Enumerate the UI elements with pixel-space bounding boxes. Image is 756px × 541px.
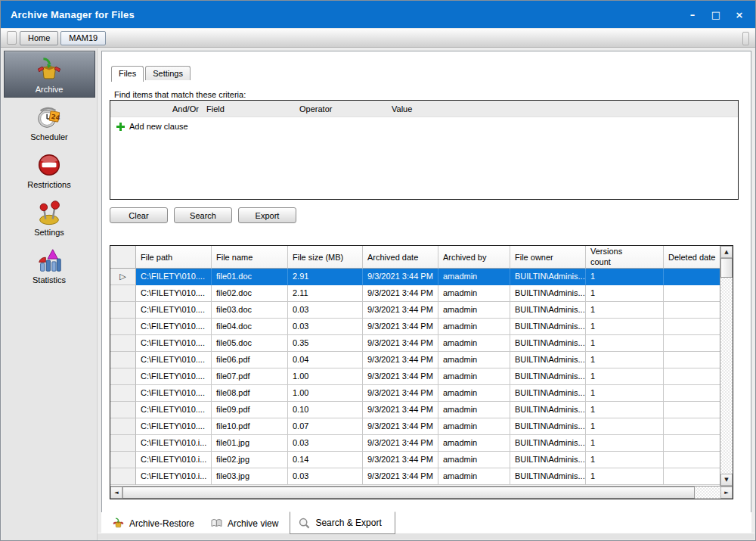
minimize-button[interactable]: – — [684, 6, 701, 23]
table-cell[interactable]: amadmin — [438, 269, 510, 285]
table-cell[interactable]: 0.03 — [288, 468, 363, 485]
scroll-down-button[interactable]: ▼ — [720, 474, 733, 486]
table-cell[interactable]: 1 — [586, 435, 664, 452]
row-selector-cell[interactable] — [110, 402, 136, 418]
table-cell[interactable]: 1 — [586, 269, 664, 285]
table-cell[interactable] — [664, 435, 720, 452]
table-cell[interactable]: BUILTIN\Adminis... — [510, 269, 586, 285]
table-cell[interactable]: C:\FILETY\010.i... — [136, 468, 212, 485]
table-cell[interactable]: file10.pdf — [212, 418, 288, 435]
table-cell[interactable]: 1 — [586, 319, 664, 335]
table-cell[interactable]: C:\FILETY\010.... — [136, 319, 212, 335]
table-cell[interactable]: 0.04 — [288, 352, 363, 368]
table-cell[interactable] — [664, 285, 720, 302]
table-cell[interactable]: C:\FILETY\010.... — [136, 335, 212, 352]
table-cell[interactable] — [664, 385, 720, 402]
horizontal-scrollbar[interactable]: ◄ ► — [110, 486, 733, 499]
table-cell[interactable]: file02.jpg — [212, 452, 288, 468]
table-cell[interactable]: amadmin — [438, 435, 510, 452]
search-button[interactable]: Search — [174, 207, 232, 223]
table-cell[interactable] — [664, 352, 720, 368]
table-cell[interactable]: BUILTIN\Adminis... — [510, 418, 586, 435]
bottom-tab-archive-view[interactable]: Archive view — [206, 512, 290, 534]
row-selector-cell[interactable] — [110, 319, 136, 335]
row-selector-cell[interactable] — [110, 468, 136, 485]
row-selector-cell[interactable]: ▷ — [110, 269, 136, 285]
table-cell[interactable]: C:\FILETY\010.... — [136, 285, 212, 302]
clear-button[interactable]: Clear — [110, 207, 168, 223]
table-cell[interactable]: file03.jpg — [212, 468, 288, 485]
table-cell[interactable]: C:\FILETY\010.... — [136, 402, 212, 418]
table-cell[interactable]: 9/3/2021 3:44 PM — [363, 352, 438, 368]
row-selector-cell[interactable] — [110, 302, 136, 319]
export-button[interactable]: Export — [238, 207, 296, 223]
table-cell[interactable]: 1 — [586, 452, 664, 468]
row-selector-cell[interactable] — [110, 335, 136, 352]
table-cell[interactable] — [664, 368, 720, 385]
row-selector-cell[interactable] — [110, 418, 136, 435]
table-cell[interactable]: amadmin — [438, 285, 510, 302]
table-cell[interactable]: 0.10 — [288, 402, 363, 418]
column-header-file-path[interactable]: File path — [136, 246, 212, 269]
table-cell[interactable]: 1 — [586, 402, 664, 418]
table-cell[interactable]: 9/3/2021 3:44 PM — [363, 269, 438, 285]
toolbar-button-mam19[interactable]: MAM19 — [60, 31, 106, 45]
table-row[interactable]: C:\FILETY\010.i...file03.jpg0.039/3/2021… — [110, 468, 720, 485]
row-selector-cell[interactable] — [110, 385, 136, 402]
table-cell[interactable]: C:\FILETY\010.i... — [136, 435, 212, 452]
sidebar-item-statistics[interactable]: Statistics — [4, 241, 95, 288]
column-header-deleted-date[interactable]: Deleted date — [664, 246, 720, 269]
table-cell[interactable]: 9/3/2021 3:44 PM — [363, 418, 438, 435]
table-cell[interactable]: BUILTIN\Adminis... — [510, 368, 586, 385]
table-cell[interactable]: 0.14 — [288, 452, 363, 468]
table-cell[interactable]: file01.jpg — [212, 435, 288, 452]
table-cell[interactable]: file04.doc — [212, 319, 288, 335]
sidebar-item-restrictions[interactable]: Restrictions — [4, 146, 95, 193]
table-cell[interactable]: file01.doc — [212, 269, 288, 285]
table-row[interactable]: ▷C:\FILETY\010....file01.doc2.919/3/2021… — [110, 269, 720, 285]
table-cell[interactable]: amadmin — [438, 402, 510, 418]
table-cell[interactable]: file09.pdf — [212, 402, 288, 418]
table-cell[interactable]: file03.doc — [212, 302, 288, 319]
table-cell[interactable]: BUILTIN\Adminis... — [510, 385, 586, 402]
scroll-left-button[interactable]: ◄ — [110, 487, 122, 499]
table-row[interactable]: C:\FILETY\010.i...file01.jpg0.039/3/2021… — [110, 435, 720, 452]
sidebar-item-scheduler[interactable]: 24Scheduler — [4, 98, 95, 145]
table-cell[interactable]: 9/3/2021 3:44 PM — [363, 402, 438, 418]
vertical-scroll-thumb[interactable] — [720, 258, 733, 278]
vertical-scroll-track[interactable] — [720, 278, 733, 474]
table-cell[interactable]: 1 — [586, 352, 664, 368]
table-row[interactable]: C:\FILETY\010....file03.doc0.039/3/2021 … — [110, 302, 720, 319]
table-cell[interactable]: amadmin — [438, 319, 510, 335]
table-cell[interactable]: 0.35 — [288, 335, 363, 352]
table-cell[interactable]: 9/3/2021 3:44 PM — [363, 319, 438, 335]
table-cell[interactable]: 9/3/2021 3:44 PM — [363, 435, 438, 452]
table-cell[interactable]: BUILTIN\Adminis... — [510, 452, 586, 468]
row-selector-cell[interactable] — [110, 452, 136, 468]
table-cell[interactable]: amadmin — [438, 302, 510, 319]
scroll-right-button[interactable]: ► — [720, 487, 733, 499]
table-cell[interactable]: 9/3/2021 3:44 PM — [363, 368, 438, 385]
maximize-button[interactable]: □ — [708, 6, 724, 23]
table-cell[interactable]: amadmin — [438, 352, 510, 368]
table-cell[interactable]: amadmin — [438, 385, 510, 402]
table-cell[interactable]: C:\FILETY\010.... — [136, 418, 212, 435]
table-cell[interactable] — [664, 402, 720, 418]
table-cell[interactable]: BUILTIN\Adminis... — [510, 285, 586, 302]
tab-settings[interactable]: Settings — [145, 66, 191, 80]
table-cell[interactable]: 1.00 — [288, 385, 363, 402]
table-cell[interactable] — [664, 418, 720, 435]
table-row[interactable]: C:\FILETY\010.i...file02.jpg0.149/3/2021… — [110, 452, 720, 468]
column-header-versions-count[interactable]: Versions count — [586, 246, 664, 269]
table-cell[interactable] — [664, 319, 720, 335]
row-selector-cell[interactable] — [110, 435, 136, 452]
table-cell[interactable]: file05.doc — [212, 335, 288, 352]
table-cell[interactable]: 9/3/2021 3:44 PM — [363, 452, 438, 468]
table-cell[interactable]: 9/3/2021 3:44 PM — [363, 468, 438, 485]
table-row[interactable]: C:\FILETY\010....file02.doc2.119/3/2021 … — [110, 285, 720, 302]
toolbar-grip[interactable] — [7, 31, 17, 45]
table-cell[interactable] — [664, 468, 720, 485]
table-cell[interactable]: 1 — [586, 385, 664, 402]
table-cell[interactable]: 9/3/2021 3:44 PM — [363, 385, 438, 402]
table-cell[interactable]: file06.pdf — [212, 352, 288, 368]
